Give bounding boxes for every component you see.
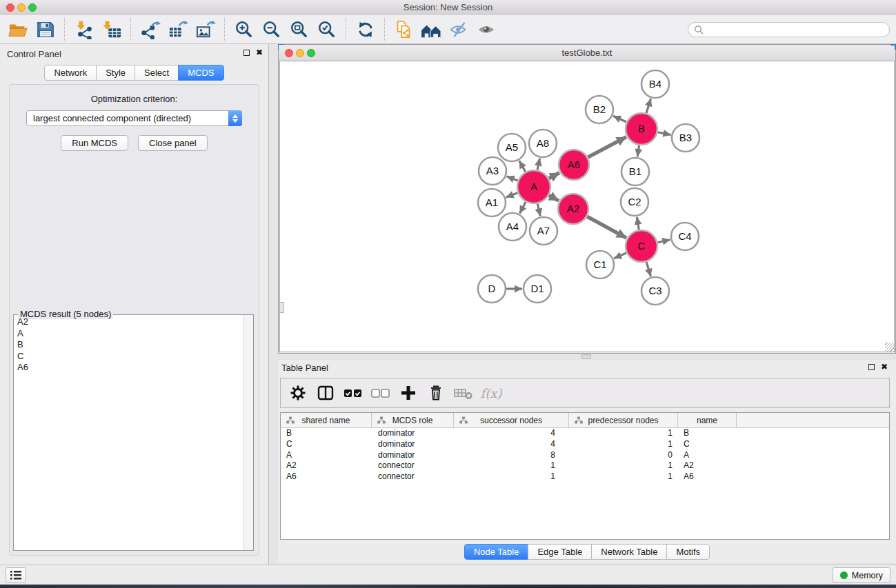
table-cell[interactable]: C <box>678 439 737 450</box>
edge-B-B4[interactable] <box>646 99 650 113</box>
table-settings-button[interactable] <box>286 381 310 405</box>
table-cell[interactable]: 1 <box>569 439 678 450</box>
table-cell[interactable]: 4 <box>454 428 569 439</box>
network-graph[interactable]: B4B2BB3B1A5A8A6A3AA1A2A4A7C2CC1C4C3DD1 <box>280 61 895 353</box>
tab-node-table[interactable]: Node Table <box>464 544 529 560</box>
table-cell[interactable]: 1 <box>569 460 678 472</box>
node-A5[interactable]: A5 <box>498 134 526 161</box>
table-cell[interactable]: 1 <box>569 472 678 483</box>
new-network-from-selection-button[interactable] <box>390 17 418 42</box>
node-C[interactable]: C <box>626 230 657 262</box>
network-canvas[interactable]: B4B2BB3B1A5A8A6A3AA1A2A4A7C2CC1C4C3DD1 <box>279 61 895 352</box>
edge-A6-B[interactable] <box>588 137 626 158</box>
result-item[interactable]: C <box>14 351 244 363</box>
node-table[interactable]: shared nameMCDS rolesuccessor nodesprede… <box>280 412 890 540</box>
node-A1[interactable]: A1 <box>478 189 506 216</box>
node-B1[interactable]: B1 <box>621 158 649 185</box>
table-cell[interactable]: 1 <box>569 428 678 439</box>
column-header-name[interactable]: name <box>678 413 737 427</box>
result-item[interactable]: A2 <box>14 316 244 328</box>
node-C4[interactable]: C4 <box>671 223 699 250</box>
edge-A-A3[interactable] <box>507 176 518 181</box>
node-C1[interactable]: C1 <box>586 251 614 278</box>
vertical-splitter-handle[interactable] <box>280 302 284 313</box>
table-cell[interactable]: connector <box>372 472 454 483</box>
edge-A-A8[interactable] <box>537 159 540 170</box>
node-A[interactable]: A <box>517 170 550 203</box>
result-item[interactable]: A <box>14 328 244 340</box>
tab-mcds[interactable]: MCDS <box>178 65 223 81</box>
save-session-button[interactable] <box>32 17 59 42</box>
node-B2[interactable]: B2 <box>586 96 613 123</box>
criterion-select[interactable]: largest connected component (directed) <box>26 110 242 126</box>
table-cell[interactable]: dominator <box>372 450 454 461</box>
node-B4[interactable]: B4 <box>641 70 669 98</box>
edge-B-B2[interactable] <box>613 116 626 122</box>
column-header-successor-nodes[interactable]: successor nodes <box>454 413 569 427</box>
table-cell[interactable]: 1 <box>454 472 569 483</box>
edge-C-C1[interactable] <box>614 253 626 258</box>
column-header-shared-name[interactable]: shared name <box>281 413 372 427</box>
search-input[interactable] <box>707 23 884 35</box>
table-cell[interactable]: A6 <box>678 472 737 483</box>
mcds-result-list[interactable]: A2ABCA6 <box>14 316 244 550</box>
zoom-in-button[interactable] <box>230 17 258 42</box>
table-row[interactable]: Bdominator41B <box>281 428 889 439</box>
close-table-panel-icon[interactable]: ✖ <box>881 363 888 370</box>
create-column-button[interactable] <box>397 381 420 405</box>
node-C3[interactable]: C3 <box>641 277 669 305</box>
import-network-button[interactable] <box>70 17 98 42</box>
tab-edge-table[interactable]: Edge Table <box>528 544 592 560</box>
edge-A-A5[interactable] <box>519 161 526 172</box>
table-cell[interactable]: A6 <box>281 472 372 483</box>
edge-A-A2[interactable] <box>549 195 559 201</box>
edge-C-C2[interactable] <box>637 217 639 230</box>
tab-select[interactable]: Select <box>135 65 179 81</box>
table-cell[interactable]: 4 <box>454 439 569 450</box>
table-cell[interactable]: B <box>678 428 737 439</box>
node-D[interactable]: D <box>478 275 506 303</box>
node-A2[interactable]: A2 <box>558 194 588 224</box>
open-session-button[interactable] <box>4 17 32 42</box>
edge-C-C3[interactable] <box>646 262 650 276</box>
node-A6[interactable]: A6 <box>559 150 589 180</box>
table-cell[interactable]: dominator <box>372 428 454 439</box>
network-resize-grip[interactable] <box>885 343 894 352</box>
deselect-all-columns-button[interactable] <box>369 381 392 405</box>
edge-A-A1[interactable] <box>506 193 518 197</box>
edge-C-C4[interactable] <box>657 240 670 243</box>
export-table-button[interactable] <box>164 17 192 42</box>
edge-B-B3[interactable] <box>658 132 671 135</box>
export-image-button[interactable] <box>192 17 219 42</box>
tab-network-table[interactable]: Network Table <box>591 544 667 560</box>
table-cell[interactable]: connector <box>372 460 454 472</box>
zoom-selected-button[interactable] <box>313 17 341 42</box>
tab-network[interactable]: Network <box>44 65 97 81</box>
node-B[interactable]: B <box>626 113 657 145</box>
tab-style[interactable]: Style <box>96 65 135 81</box>
window-titlebar[interactable]: Session: New Session <box>0 0 896 16</box>
float-table-panel-icon[interactable] <box>868 364 875 370</box>
refresh-button[interactable] <box>352 17 379 42</box>
table-cell[interactable]: C <box>281 439 372 450</box>
function-builder-button[interactable]: f(x) <box>479 381 503 405</box>
edge-A2-C[interactable] <box>587 216 626 238</box>
column-header-predecessor-nodes[interactable]: predecessor nodes <box>569 413 678 427</box>
table-cell[interactable]: 8 <box>454 450 569 461</box>
float-panel-icon[interactable] <box>243 50 250 56</box>
hide-selected-button[interactable] <box>446 17 473 42</box>
node-C2[interactable]: C2 <box>621 188 648 216</box>
home-views-button[interactable] <box>418 17 446 42</box>
node-A7[interactable]: A7 <box>530 217 557 245</box>
table-cell[interactable]: A2 <box>281 460 372 472</box>
table-row[interactable]: A6connector11A6 <box>281 472 889 483</box>
node-A4[interactable]: A4 <box>499 213 526 241</box>
column-header-mcds-role[interactable]: MCDS role <box>372 413 454 427</box>
table-cell[interactable]: 1 <box>454 460 569 472</box>
result-item[interactable]: B <box>14 339 244 351</box>
node-D1[interactable]: D1 <box>524 275 551 303</box>
table-cell[interactable]: 0 <box>569 450 678 461</box>
delete-column-button[interactable] <box>424 381 448 405</box>
edge-A-A7[interactable] <box>537 203 540 216</box>
zoom-out-button[interactable] <box>258 17 286 42</box>
